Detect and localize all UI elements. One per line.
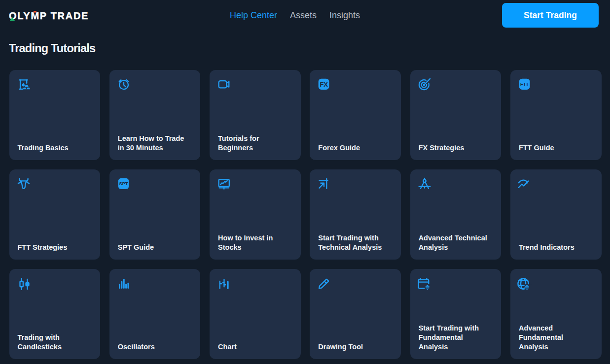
svg-text:SPT: SPT	[119, 181, 128, 186]
svg-text:FX: FX	[320, 81, 328, 88]
svg-text:FTT: FTT	[520, 82, 529, 87]
